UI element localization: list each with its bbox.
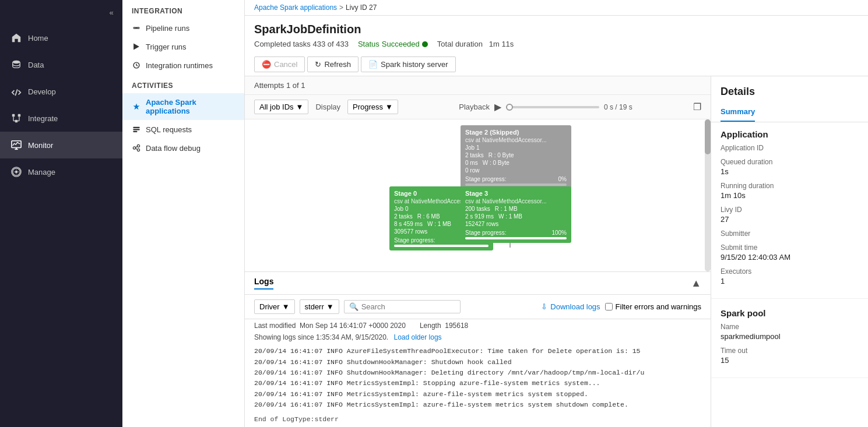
center-panel: Attempts 1 of 1 All job IDs ▼ Display Pr… xyxy=(245,76,711,427)
nav-label-develop: Develop xyxy=(28,87,56,96)
stage-3-progress: Stage progress: 100% xyxy=(465,230,567,239)
filter-errors-checkbox[interactable] xyxy=(605,303,613,310)
history-label: Spark history server xyxy=(381,60,448,69)
log-search-box[interactable]: 🔍 xyxy=(344,300,461,313)
stage-2-progress: Stage progress: 0% xyxy=(465,176,567,186)
graph-scrollbar[interactable] xyxy=(705,119,711,271)
nav-item-develop[interactable]: Develop xyxy=(0,78,122,105)
svg-line-1 xyxy=(15,89,17,96)
stage-3-node[interactable]: Stage 3 csv at NativeMethodAccessor... 2… xyxy=(461,186,571,243)
collapse-nav-button[interactable]: « xyxy=(103,3,120,21)
attempts-label: Attempts 1 of 1 xyxy=(254,81,305,90)
application-section: Application Application ID Queued durati… xyxy=(711,122,868,299)
display-label: Display xyxy=(315,103,340,111)
last-modified-value: Mon Sep 14 16:41:07 +0000 2020 xyxy=(300,322,406,330)
svg-rect-18 xyxy=(133,127,139,128)
total-duration-label: Total duration xyxy=(437,40,483,48)
download-label: Download logs xyxy=(550,302,600,311)
nav-item-integrate[interactable]: Integrate xyxy=(0,105,122,132)
running-duration-label: Running duration xyxy=(721,182,859,190)
download-icon: ⇩ xyxy=(541,302,547,311)
status-label: Status xyxy=(358,40,379,48)
svg-line-25 xyxy=(136,149,138,150)
sidebar-label-trigger-runs: Trigger runs xyxy=(146,43,187,51)
application-section-title: Application xyxy=(721,129,859,139)
livy-id-label: Livy ID xyxy=(721,206,859,214)
filter-errors-checkbox-label[interactable]: Filter errors and warnings xyxy=(605,302,701,311)
completed-tasks: Completed tasks 433 of 433 xyxy=(254,40,349,48)
stage-0-time: 8 s 459 ms xyxy=(394,221,423,227)
load-older-logs-link[interactable]: Load older logs xyxy=(394,333,442,341)
svg-rect-3 xyxy=(18,114,21,117)
playback-slider[interactable] xyxy=(506,106,599,108)
log-search-input[interactable] xyxy=(361,302,455,311)
stage-2-rows: 0 row xyxy=(465,167,567,174)
expand-graph-button[interactable]: ❐ xyxy=(693,101,701,112)
sidebar-item-data-flow-debug[interactable]: Data flow debug xyxy=(122,139,244,157)
svg-point-15 xyxy=(138,27,140,29)
stderr-select[interactable]: stderr ▼ xyxy=(300,299,339,314)
stage-3-progress-pct: 100% xyxy=(551,230,567,236)
nav-item-home[interactable]: Home xyxy=(0,24,122,51)
page-meta: Completed tasks 433 of 433 Status Succee… xyxy=(254,40,859,48)
status-badge: Status Succeeded xyxy=(358,40,428,48)
nav-item-data[interactable]: Data xyxy=(0,51,122,78)
executors-value: 1 xyxy=(721,277,859,285)
spark-icon xyxy=(132,102,141,111)
sidebar-item-integration-runtimes[interactable]: Integration runtimes xyxy=(122,56,244,75)
stage-3-read: R : 1 MB xyxy=(495,206,518,212)
stage-2-job: Job 1 xyxy=(465,144,567,151)
svg-point-12 xyxy=(15,171,18,174)
stage-3-tasks: 200 tasks xyxy=(465,206,490,212)
spark-pool-title: Spark pool xyxy=(721,308,859,318)
svg-point-23 xyxy=(137,149,139,151)
submit-time-label: Submit time xyxy=(721,244,859,252)
status-value: Succeeded xyxy=(382,40,420,48)
submitter-label: Submitter xyxy=(721,230,859,238)
tab-summary[interactable]: Summary xyxy=(721,103,755,122)
monitor-icon xyxy=(10,139,22,151)
stage-2-node[interactable]: Stage 2 (Skipped) csv at NativeMethodAcc… xyxy=(461,125,571,189)
display-select[interactable]: Progress ▼ xyxy=(347,100,398,114)
develop-icon xyxy=(10,86,22,97)
executors-row: Executors 1 xyxy=(721,267,859,285)
sidebar-item-pipeline-runs[interactable]: Pipeline runs xyxy=(122,19,244,37)
sidebar-item-trigger-runs[interactable]: Trigger runs xyxy=(122,37,244,56)
stage-2-title: Stage 2 (Skipped) xyxy=(465,129,567,136)
sidebar-item-sql-requests[interactable]: SQL requests xyxy=(122,120,244,139)
nav-item-monitor[interactable]: Monitor xyxy=(0,132,122,158)
running-duration-value: 1m 10s xyxy=(721,191,859,200)
log-line: End of LogType:stderr xyxy=(254,414,701,425)
sidebar-item-apache-spark[interactable]: Apache Spark applications xyxy=(122,93,244,120)
download-logs-button[interactable]: ⇩ Download logs xyxy=(541,302,600,311)
job-filter-select[interactable]: All job IDs ▼ xyxy=(254,100,308,114)
log-meta: Last modified Mon Sep 14 16:41:07 +0000 … xyxy=(245,319,711,332)
stage-3-rows-val: 152427 rows xyxy=(465,221,498,227)
breadcrumb-parent[interactable]: Apache Spark applications xyxy=(254,3,337,12)
stage-2-read: R : 0 Byte xyxy=(489,152,514,158)
content-area: Attempts 1 of 1 All job IDs ▼ Display Pr… xyxy=(245,76,868,427)
running-duration-row: Running duration 1m 10s xyxy=(721,182,859,200)
driver-label: Driver xyxy=(259,302,280,311)
log-content: 20/09/14 16:41:07 INFO AzureFileSystemTh… xyxy=(245,344,711,427)
log-line: 20/09/14 16:41:07 INFO MetricsSystemImpl… xyxy=(254,378,701,389)
collapse-logs-button[interactable]: ▲ xyxy=(691,277,701,290)
stage-3-stats2: 2 s 919 ms W : 1 MB xyxy=(465,213,567,220)
pool-name-row: Name sparkmediumpool xyxy=(721,323,859,341)
log-line: 20/09/14 16:41:07 INFO ShutdownHookManag… xyxy=(254,357,701,368)
stage-0-rows-val: 309577 rows xyxy=(394,228,427,235)
manage-icon xyxy=(10,166,22,178)
nav-item-manage[interactable]: Manage xyxy=(0,158,122,185)
cancel-button[interactable]: ⛔ Cancel xyxy=(254,57,305,72)
stage-0-write: W : 1 MB xyxy=(427,221,451,227)
playback-play-button[interactable]: ▶ xyxy=(494,101,501,112)
refresh-button[interactable]: ↻ Refresh xyxy=(307,57,359,72)
display-chevron: ▼ xyxy=(385,103,393,111)
driver-select[interactable]: Driver ▼ xyxy=(254,299,295,314)
log-line: 20/09/14 16:41:07 INFO ShutdownHookManag… xyxy=(254,368,701,378)
history-server-button[interactable]: 📄 Spark history server xyxy=(361,57,456,72)
stage-3-subtitle: csv at NativeMethodAccessor... xyxy=(465,198,567,204)
queued-duration-row: Queued duration 1s xyxy=(721,158,859,176)
trigger-runs-icon xyxy=(132,42,141,51)
showing-text: Showing logs since 1:35:34 AM, 9/15/2020… xyxy=(254,333,388,341)
